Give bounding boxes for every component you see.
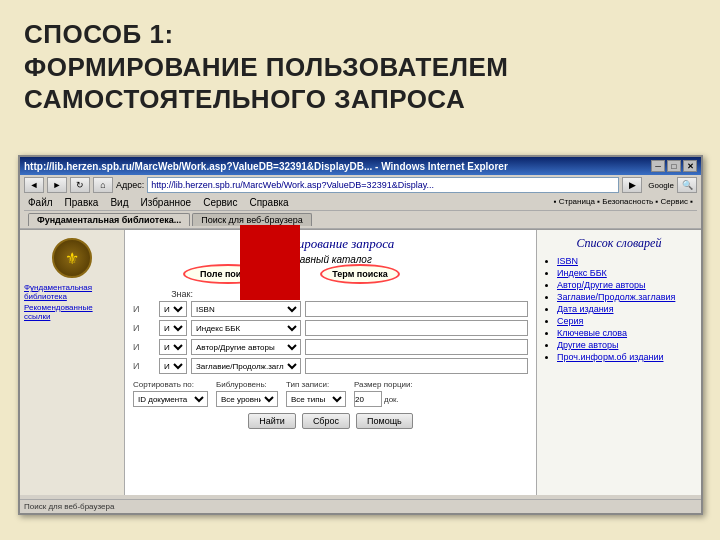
main-content: Формирование запроса Главный каталог Пол… xyxy=(125,230,536,495)
back-button[interactable]: ◄ xyxy=(24,177,44,193)
dict-link-4[interactable]: Дата издания xyxy=(557,304,614,314)
browser-content: ⚜ Фундаментальная библиотека Рекомендова… xyxy=(20,229,701,495)
tabs-bar: Фундаментальная библиотека... Поиск для … xyxy=(24,211,697,226)
type-label: Тип записи: xyxy=(286,380,346,389)
menu-help[interactable]: Справка xyxy=(249,197,288,208)
forward-button[interactable]: ► xyxy=(47,177,67,193)
term-oval: Терм поиска xyxy=(320,264,400,284)
google-label: Google xyxy=(648,181,674,190)
row0-term-input[interactable] xyxy=(305,301,528,317)
dict-item-6: Ключевые слова xyxy=(557,328,695,338)
menu-view[interactable]: Вид xyxy=(110,197,128,208)
go-button[interactable]: ▶ xyxy=(622,177,642,193)
dict-link-2[interactable]: Автор/Другие авторы xyxy=(557,280,646,290)
row3-op-select[interactable]: ИИЛИНЕ xyxy=(159,358,187,374)
browser-titlebar: http://lib.herzen.spb.ru/MarcWeb/Work.as… xyxy=(20,157,701,175)
row2-op-select[interactable]: ИИЛИНЕ xyxy=(159,339,187,355)
bottom-controls: Сортировать по: ID документа Библуровень… xyxy=(133,380,528,429)
browser-title-text: http://lib.herzen.spb.ru/MarcWeb/Work.as… xyxy=(24,161,508,172)
title-text-2: ФОРМИРОВАНИЕ ПОЛЬЗОВАТЕЛЕМ xyxy=(24,52,508,82)
row1-term-input[interactable] xyxy=(305,320,528,336)
term-label: Терм поиска xyxy=(332,269,388,279)
title-text-3: САМОСТОЯТЕЛЬНОГО ЗАПРОСА xyxy=(24,84,465,114)
sort-group: Сортировать по: ID документа xyxy=(133,380,208,407)
size-label: Размер порции: xyxy=(354,380,413,389)
bottom-row: Сортировать по: ID документа Библуровень… xyxy=(133,380,528,407)
size-input[interactable] xyxy=(354,391,382,407)
nav-link-library[interactable]: Фундаментальная библиотека xyxy=(22,282,122,302)
reset-button[interactable]: Сброс xyxy=(302,413,350,429)
size-row: док. xyxy=(354,391,413,407)
dict-item-8: Проч.информ.об издании xyxy=(557,352,695,362)
form-row-1: И ИИЛИНЕ Индекс ББК xyxy=(133,320,528,336)
menu-bar: Файл Правка Вид Избранное Сервис Справка… xyxy=(24,195,697,211)
left-nav-section: Фундаментальная библиотека Рекомендованн… xyxy=(22,282,122,322)
form-row-2: И ИИЛИНЕ Автор/Другие авторы xyxy=(133,339,528,355)
dict-item-4: Дата издания xyxy=(557,304,695,314)
dict-link-5[interactable]: Серия xyxy=(557,316,583,326)
find-button[interactable]: Найти xyxy=(248,413,296,429)
sort-select[interactable]: ID документа xyxy=(133,391,208,407)
nav-link-recommendations[interactable]: Рекомендованные ссылки xyxy=(22,302,122,322)
dict-item-7: Другие авторы xyxy=(557,340,695,350)
left-nav: ⚜ Фундаментальная библиотека Рекомендова… xyxy=(20,230,125,495)
row1-op-select[interactable]: ИИЛИНЕ xyxy=(159,320,187,336)
close-button[interactable]: ✕ xyxy=(683,160,697,172)
help-button[interactable]: Помощь xyxy=(356,413,413,429)
title-area: СПОСОБ 1: ФОРМИРОВАНИЕ ПОЛЬЗОВАТЕЛЕМ САМ… xyxy=(0,0,720,126)
home-button[interactable]: ⌂ xyxy=(93,177,113,193)
browser-toolbar: ◄ ► ↻ ⌂ Адрес: ▶ Google 🔍 Файл Правка Ви… xyxy=(20,175,701,229)
type-select[interactable]: Все типы xyxy=(286,391,346,407)
form-row-0: И ИИЛИНЕ ISBN xyxy=(133,301,528,317)
library-logo: ⚜ xyxy=(52,238,92,278)
search-button[interactable]: 🔍 xyxy=(677,177,697,193)
browser-window: http://lib.herzen.spb.ru/MarcWeb/Work.as… xyxy=(18,155,703,515)
tab-main[interactable]: Фундаментальная библиотека... xyxy=(28,213,190,226)
maximize-button[interactable]: □ xyxy=(667,160,681,172)
row0-operator: И xyxy=(133,304,155,314)
row0-op-select[interactable]: ИИЛИНЕ xyxy=(159,301,187,317)
minimize-button[interactable]: ─ xyxy=(651,160,665,172)
title-text-1: СПОСОБ 1: xyxy=(24,19,174,49)
form-subtitle: Главный каталог xyxy=(133,254,528,265)
sort-label: Сортировать по: xyxy=(133,380,208,389)
menu-tools[interactable]: Сервис xyxy=(203,197,237,208)
row3-field-select[interactable]: Заглавие/Продолж.заглавия xyxy=(191,358,301,374)
dict-item-3: Заглавие/Продолж.заглавия xyxy=(557,292,695,302)
row2-field-select[interactable]: Автор/Другие авторы xyxy=(191,339,301,355)
size-group: Размер порции: док. xyxy=(354,380,413,407)
action-buttons: Найти Сброс Помощь xyxy=(133,413,528,429)
row3-term-input[interactable] xyxy=(305,358,528,374)
level-label: Библуровень: xyxy=(216,380,278,389)
level-group: Библуровень: Все уровни xyxy=(216,380,278,407)
address-input[interactable] xyxy=(147,177,619,193)
dict-link-1[interactable]: Индекс ББК xyxy=(557,268,607,278)
form-rows-area: Знак: И ИИЛИНЕ ISBN И xyxy=(133,289,528,374)
row0-field-select[interactable]: ISBN xyxy=(191,301,301,317)
dict-title: Список словарей xyxy=(543,236,695,251)
menu-file[interactable]: Файл xyxy=(28,197,53,208)
dict-link-7[interactable]: Другие авторы xyxy=(557,340,618,350)
red-cursor-rect xyxy=(240,225,300,300)
type-group: Тип записи: Все типы xyxy=(286,380,346,407)
level-select[interactable]: Все уровни xyxy=(216,391,278,407)
dict-link-3[interactable]: Заглавие/Продолж.заглавия xyxy=(557,292,675,302)
address-label: Адрес: xyxy=(116,180,144,190)
status-text: Поиск для веб-браузера xyxy=(24,502,114,511)
menu-favorites[interactable]: Избранное xyxy=(140,197,191,208)
znak-label: Знак: xyxy=(165,289,193,299)
row2-operator: И xyxy=(133,342,155,352)
status-bar: Поиск для веб-браузера xyxy=(20,499,701,513)
dict-link-8[interactable]: Проч.информ.об издании xyxy=(557,352,663,362)
dict-item-0: ISBN xyxy=(557,256,695,266)
row2-term-input[interactable] xyxy=(305,339,528,355)
row1-field-select[interactable]: Индекс ББК xyxy=(191,320,301,336)
size-unit: док. xyxy=(384,395,399,404)
menu-edit[interactable]: Правка xyxy=(65,197,99,208)
titlebar-buttons: ─ □ ✕ xyxy=(651,160,697,172)
dict-link-6[interactable]: Ключевые слова xyxy=(557,328,627,338)
refresh-button[interactable]: ↻ xyxy=(70,177,90,193)
znak-header: Знак: xyxy=(133,289,528,299)
dict-link-0[interactable]: ISBN xyxy=(557,256,578,266)
dict-list: ISBN Индекс ББК Автор/Другие авторы Загл… xyxy=(543,256,695,362)
